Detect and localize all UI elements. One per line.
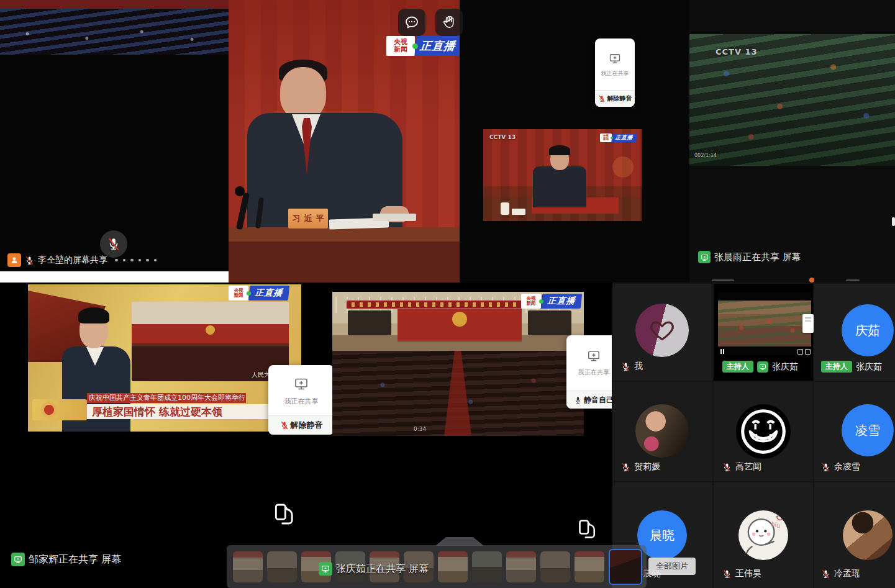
mic-icon: [574, 396, 582, 404]
paper: [373, 214, 416, 221]
hall-video-frame: 0:34 央视新闻 正直播: [332, 292, 584, 436]
avatar: [635, 304, 689, 357]
cctv-live-logo: 央视新闻 正直播: [386, 36, 460, 56]
heart-hands-icon: [648, 317, 676, 344]
participant-tile-wangweihao[interactable]: biu 王伟昊: [714, 482, 813, 588]
screen-share-chip: [11, 553, 25, 566]
speaker-video-tile[interactable]: 习近平 央视新闻 正直播: [229, 0, 460, 283]
filmstrip-thumbnail[interactable]: [438, 551, 468, 582]
anchor-hair: [78, 307, 109, 323]
filmstrip-thumbnail[interactable]: [267, 551, 297, 582]
sharing-status-card: 我正在共享 解除静音: [595, 38, 635, 107]
muted-mic-icon: [621, 362, 630, 371]
screen-share-tile-zoujiahui[interactable]: 人民大会堂 庆祝中国共产主义青年团成立100周年大会即将举行 厚植家国情怀 练就…: [0, 283, 612, 588]
hall-timestamp: 0:34: [414, 426, 426, 432]
filmstrip-thumbnail[interactable]: [540, 551, 570, 582]
muted-mic-icon: [722, 463, 732, 472]
participant-name: 我: [634, 361, 643, 372]
name-card-text: 习近平: [293, 213, 328, 224]
side-screen: [348, 310, 391, 335]
screen-share-icon: [294, 376, 309, 391]
host-badge: 主持人: [821, 361, 852, 373]
scrollbar[interactable]: [892, 217, 895, 226]
cctv13-video-thumbnail: CCTV 13 央视新闻 正直播: [483, 129, 642, 221]
mini-share-card: [802, 314, 814, 333]
filmstrip-thumbnail[interactable]: [575, 551, 604, 582]
filmstrip-thumbnail[interactable]: [233, 551, 263, 582]
participant-name: 高艺闻: [735, 461, 761, 473]
backdrop-emblem: [452, 312, 467, 327]
avatar: biu: [738, 510, 788, 560]
sharing-text: 我正在共享: [578, 368, 609, 377]
avatar: [635, 404, 689, 458]
unmute-button[interactable]: 解除静音: [268, 415, 334, 435]
pause-icon[interactable]: [720, 349, 724, 354]
page-indicator-dash: [846, 279, 860, 281]
avatar-initials: 庆茹: [855, 322, 880, 339]
live-badge: 正直播: [248, 286, 290, 301]
avatar-initials: 凌雪: [855, 422, 880, 439]
person-icon: [10, 256, 19, 265]
participant-tile-yulingxue[interactable]: 凌雪 余凌雪: [814, 382, 895, 481]
my-share-tile[interactable]: 我正在共享 解除静音 CCTV 13 央视新闻 正直播: [460, 0, 689, 283]
audience-video-thumbnail: [0, 0, 229, 55]
participant-name: 贺莉媛: [634, 461, 660, 473]
participant-tile-lengmengyao[interactable]: 冷孟瑶: [814, 482, 895, 588]
emblem-banner: [32, 399, 87, 420]
muted-mic-icon: [621, 463, 630, 472]
cctv-logo-line2: 新闻: [521, 301, 541, 306]
speaker-name-card: 习近平: [288, 209, 328, 228]
live-dot: [611, 137, 613, 139]
avatar: [843, 510, 893, 560]
cyl-emblem: [41, 402, 57, 418]
person-avatar-chip: [7, 253, 21, 267]
live-badge: 正直播: [541, 294, 583, 309]
screen-share-tile-liquankun[interactable]: 李仝堃的屏幕共享: [0, 0, 229, 283]
share-owner-label: 张晨雨正在共享 屏幕: [714, 251, 801, 263]
avatar: 凌雪: [842, 404, 894, 456]
participant-name: 余凌雪: [834, 461, 860, 473]
unmute-label: 解除静音: [607, 94, 632, 103]
students-video: CCTV 13 002/1:14: [689, 34, 895, 166]
fullscreen-icon[interactable]: [805, 349, 811, 355]
meeting-window: 李仝堃的屏幕共享 习近平 央视新闻 正直播: [0, 0, 895, 588]
participant-name: 张庆茹: [772, 361, 798, 373]
backdrop-emblem: [612, 156, 634, 178]
participant-name: 王伟昊: [735, 568, 761, 579]
participant-tile-helviyuan[interactable]: 贺莉媛: [613, 382, 712, 481]
filmstrip-thumbnail-selected[interactable]: [609, 549, 642, 585]
loading-dots: [115, 259, 157, 262]
participant-tile-me[interactable]: 我: [613, 284, 712, 381]
screen-share-tile-zhangchenyu[interactable]: CCTV 13 002/1:14 张晨雨正在共享 屏幕: [689, 0, 895, 283]
chat-button[interactable]: [398, 9, 425, 36]
unmute-button[interactable]: 解除静音: [595, 90, 635, 107]
volume-icon[interactable]: [797, 349, 803, 355]
participant-tile-zhangqingru-avatar[interactable]: 庆茹 主持人 张庆茹: [814, 284, 895, 381]
cctv-live-logo: 央视新闻 正直播: [521, 294, 581, 309]
raise-hand-button[interactable]: [435, 9, 463, 36]
page-indicator-dot: [809, 278, 814, 283]
filmstrip-thumbnail[interactable]: [472, 551, 502, 582]
figure-hair: [549, 145, 570, 155]
screen-share-icon: [587, 349, 601, 363]
screen-share-icon: [759, 363, 766, 371]
participant-tile-gaoyiwen[interactable]: 高艺闻: [714, 382, 813, 481]
live-badge: 正直播: [611, 133, 637, 142]
students-scene: [718, 301, 811, 346]
cctv-logo-line2: 新闻: [229, 293, 248, 298]
channel-watermark: CCTV 13: [489, 134, 516, 140]
share-owner-label: 李仝堃的屏幕共享: [38, 255, 107, 266]
screen-share-chip: [319, 562, 332, 576]
sharing-text: 我正在共享: [601, 70, 629, 78]
live-badge: 正直播: [414, 36, 460, 56]
filmstrip-thumbnail[interactable]: [506, 551, 536, 582]
screen-share-icon: [14, 555, 22, 564]
share-owner-label: 邹家辉正在共享 屏幕: [29, 553, 121, 566]
screen-share-icon: [321, 564, 330, 573]
hall-inset-photo: [132, 302, 289, 381]
news-studio-frame: 人民大会堂 庆祝中国共产主义青年团成立100周年大会即将举行 厚植家国情怀 练就…: [28, 284, 301, 432]
muted-mic-icon: [280, 421, 289, 430]
paper: [512, 209, 525, 215]
participant-tile-zhangqingru-video[interactable]: 主持人 张庆茹: [714, 284, 813, 381]
participant-name: 冷孟瑶: [834, 568, 860, 579]
